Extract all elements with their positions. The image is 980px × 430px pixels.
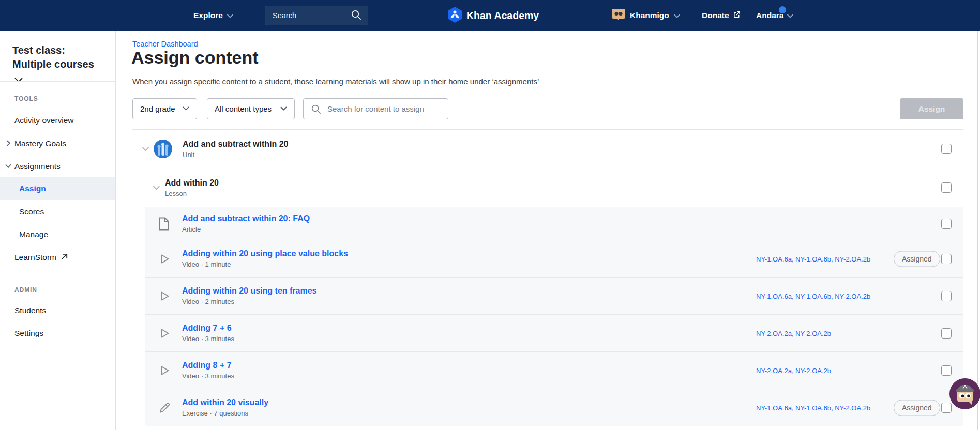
sidebar-item-mastery-goals[interactable]: Mastery Goals [14,139,66,149]
video-play-icon [158,364,171,377]
assigned-badge: Assigned [894,251,940,267]
learnstorm-label: LearnStorm [14,253,56,262]
sidebar-item-activity-overview[interactable]: Activity overview [14,115,74,126]
content-type-filter-value: All content types [215,104,272,113]
content-row: Add within 20 visually Exercise · 7 ques… [145,389,963,426]
khanmigo-menu[interactable]: Khanmigo [612,0,680,31]
donate-label: Donate [702,11,729,20]
row-title[interactable]: Adding 8 + 7 [182,361,232,370]
row-text: Add within 20 Lesson [165,178,219,197]
content-row: Adding within 20 using ten frames Video … [145,278,963,315]
row-standards-link[interactable]: NY-1.OA.6a, NY-1.OA.6b, NY-2.OA.2b [756,292,870,300]
chevron-down-icon [280,106,287,111]
row-text: Adding 7 + 6 Video · 3 minutes [182,324,234,343]
row-standards-link[interactable]: NY-2.OA.2a, NY-2.OA.2b [756,329,831,337]
row-text: Adding within 20 using place value block… [182,249,348,268]
khanmigo-face-icon [612,9,625,22]
row-title[interactable]: Add within 20 [165,178,219,187]
search-icon[interactable] [351,9,361,22]
row-subtitle: Lesson [165,190,219,197]
row-subtitle: Video · 3 minutes [182,372,234,380]
row-text: Add within 20 visually Exercise · 7 ques… [182,398,268,417]
chevron-down-icon [14,78,23,83]
chevron-down-icon [227,11,233,20]
row-subtitle: Article [182,225,310,233]
row-checkbox[interactable] [941,182,952,193]
row-standards-link[interactable]: NY-1.OA.6a, NY-1.OA.6b, NY-2.OA.2b [756,404,870,411]
content-row: Add and subtract within 20: FAQ Article [145,207,963,240]
grade-filter-dropdown[interactable]: 2nd grade [132,98,197,119]
row-subtitle: Unit [183,151,288,159]
row-standards-link[interactable]: NY-2.OA.2a, NY-2.OA.2b [756,366,831,374]
khanmigo-label: Khanmigo [630,11,669,20]
chevron-down-icon[interactable] [152,183,161,193]
row-checkbox[interactable] [941,144,952,154]
row-subtitle: Video · 1 minute [182,260,348,268]
row-title[interactable]: Add within 20 visually [182,398,268,407]
row-title[interactable]: Adding within 20 using place value block… [182,249,348,258]
scrollbar-edge [977,31,978,430]
divider [0,81,116,82]
assign-button[interactable]: Assign [900,98,963,119]
content-row: Adding 7 + 6 Video · 3 minutes NY-2.OA.2… [145,315,963,352]
sidebar-item-settings[interactable]: Settings [14,328,43,339]
donate-link[interactable]: Donate [702,0,741,31]
exercise-pencil-icon [158,401,171,414]
chevron-down-icon [787,11,793,20]
video-play-icon [158,289,171,303]
global-search-box[interactable] [265,6,368,25]
sidebar-item-scores[interactable]: Scores [19,207,44,217]
content-search-box[interactable] [303,98,448,119]
row-title[interactable]: Add and subtract within 20: FAQ [182,214,310,223]
chevron-down-icon[interactable] [141,144,150,154]
chevron-right-icon[interactable] [5,140,12,147]
content-type-filter-dropdown[interactable]: All content types [207,98,295,119]
class-title: Test class: Multiple courses [12,44,94,70]
admin-section-label: ADMIN [14,286,37,294]
article-icon [158,217,171,231]
row-subtitle: Video · 3 minutes [182,335,234,343]
sidebar-item-manage[interactable]: Manage [19,229,48,240]
row-checkbox[interactable] [941,219,952,229]
row-checkbox[interactable] [941,365,952,376]
row-subtitle: Exercise · 7 questions [182,409,268,417]
breadcrumb[interactable]: Teacher Dashboard [132,40,198,48]
row-checkbox[interactable] [941,291,952,301]
row-text: Add and subtract within 20 Unit [183,140,288,159]
row-text: Adding within 20 using ten frames Video … [182,286,316,305]
video-play-icon [158,252,171,266]
row-subtitle: Video · 2 minutes [182,298,316,305]
row-text: Add and subtract within 20: FAQ Article [182,214,310,233]
khanmigo-avatar-button[interactable] [949,378,980,409]
search-icon [311,104,321,114]
global-search-input[interactable] [272,11,351,20]
assign-label: Assign [19,184,46,193]
notification-dot [779,6,786,13]
sidebar-item-assignments[interactable]: Assignments [14,161,61,172]
row-title[interactable]: Add and subtract within 20 [183,140,288,148]
row-checkbox[interactable] [941,328,952,339]
chevron-down-icon[interactable] [5,162,12,170]
sidebar-item-learnstorm[interactable]: LearnStorm [14,252,68,263]
row-title[interactable]: Adding 7 + 6 [182,324,232,332]
row-standards-link[interactable]: NY-1.OA.6a, NY-1.OA.6b, NY-2.OA.2b [756,255,870,263]
class-switcher[interactable]: Test class: Multiple courses [12,43,101,85]
user-menu[interactable]: Andara [756,0,793,31]
arrow-up-right-icon [61,253,68,263]
explore-label: Explore [193,11,223,20]
sidebar-item-students[interactable]: Students [14,305,46,316]
grade-filter-value: 2nd grade [140,104,175,113]
content-search-input[interactable] [326,104,441,114]
row-title[interactable]: Adding within 20 using ten frames [182,286,316,295]
khan-academy-logo[interactable]: Khan Academy [448,0,539,31]
page-title: Assign content [131,48,259,68]
page-description: When you assign specific content to a st… [132,77,539,86]
row-checkbox[interactable] [941,254,952,264]
tools-section-label: TOOLS [14,95,38,102]
sidebar-item-assign[interactable]: Assign [0,177,115,200]
explore-menu[interactable]: Explore [193,0,233,31]
row-text: Adding 8 + 7 Video · 3 minutes [182,361,234,380]
content-row: Adding within 20 using place value block… [145,240,963,278]
content-row: Add within 20 Lesson [132,168,963,207]
content-row: Adding 8 + 7 Video · 3 minutes NY-2.OA.2… [145,352,963,389]
